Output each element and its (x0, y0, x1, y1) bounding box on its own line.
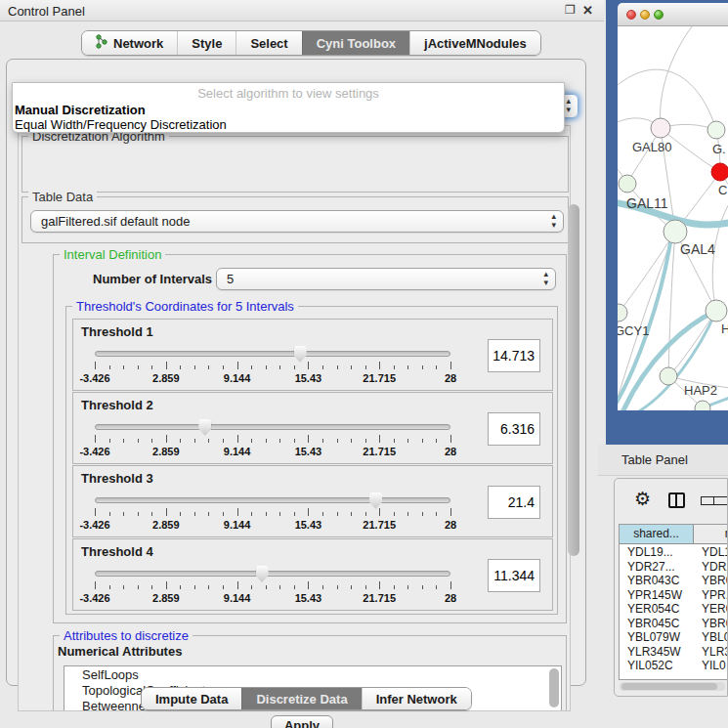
tick-mark (294, 439, 295, 443)
table-body: YDL19...YDL1YDR27...YDR2YBR043CYBR0YPR14… (620, 545, 728, 673)
table-row[interactable]: YPR145WYPR1 (620, 588, 728, 603)
tab-infer-network[interactable]: Infer Network (362, 688, 471, 709)
axis-tick-label: 28 (445, 372, 456, 384)
close-traffic-light[interactable] (626, 10, 636, 20)
panel-scrollbar-thumb[interactable] (568, 204, 579, 556)
network-canvas[interactable]: GAL80 G. C GAL11 GAL4 GCY1 H HAP2 (618, 26, 728, 410)
threshold-1-value-field[interactable] (488, 339, 540, 372)
tab-select[interactable]: Select (236, 31, 301, 55)
column-header-name[interactable]: n... (694, 525, 728, 544)
slider-thumb[interactable] (198, 419, 211, 436)
table-hscrollbar-track[interactable] (620, 682, 725, 691)
float-window-icon[interactable]: ❐ (565, 3, 576, 17)
network-node-gal80[interactable] (651, 118, 670, 138)
table-data-combobox[interactable]: galFiltered.sif default node ▴▾ (30, 210, 564, 233)
cell-shared-name[interactable]: YBL079W (620, 630, 694, 645)
table-hscrollbar-thumb[interactable] (621, 683, 717, 690)
slider-track[interactable] (95, 424, 450, 430)
tab-jactivemnodules[interactable]: jActiveMNodules (409, 31, 540, 55)
list-scrollbar-thumb[interactable] (549, 668, 559, 707)
table-row[interactable]: YER054CYER0 (620, 602, 728, 617)
threshold-4-row: Threshold 4 -3.4262.8599.14415.4321.7152… (72, 538, 553, 611)
threshold-4-slider[interactable]: -3.4262.8599.14415.4321.71528 (95, 571, 450, 610)
column-header-shared-name[interactable]: shared... (620, 525, 694, 544)
table-row[interactable]: YDL19...YDL1 (620, 545, 728, 560)
slider-thumb[interactable] (369, 492, 382, 509)
cell-name[interactable]: YER0 (694, 602, 728, 617)
table-row[interactable]: YBR043CYBR0 (620, 574, 728, 588)
network-graph: GAL80 G. C GAL11 GAL4 GCY1 H HAP2 (618, 26, 728, 410)
table-row[interactable]: YBR045CYBR0 (620, 617, 728, 631)
tick-mark (151, 365, 152, 369)
table-data-title: Table Data (28, 190, 97, 204)
cell-name[interactable]: YBR0 (694, 574, 728, 588)
table-row[interactable]: YLR345WYLR3 (620, 645, 728, 660)
close-window-icon[interactable]: ✕ (582, 3, 593, 18)
network-node-partial-top[interactable] (707, 121, 725, 139)
panel-scrollbar-track[interactable] (566, 67, 581, 654)
network-node-gal4[interactable] (664, 220, 687, 243)
number-of-intervals-combobox[interactable]: 5 ▴▾ (216, 268, 556, 290)
tick-mark (151, 585, 152, 589)
cell-shared-name[interactable]: YBR043C (620, 574, 694, 588)
threshold-4-value-field[interactable] (488, 559, 540, 592)
cell-shared-name[interactable]: YPR145W (620, 588, 694, 603)
gear-icon[interactable]: ⚙ (634, 488, 651, 510)
option-manual-discretization[interactable]: Manual Discretization (15, 103, 146, 117)
threshold-2-value-field[interactable] (488, 412, 540, 446)
option-equal-width-frequency[interactable]: Equal Width/Frequency Discretization (15, 117, 227, 132)
cell-name[interactable]: YBL0 (694, 630, 728, 645)
split-columns-icon[interactable] (668, 492, 685, 508)
cell-shared-name[interactable]: YDL19... (620, 545, 694, 560)
checkbox-icon-2[interactable]: ✓ (713, 496, 728, 505)
axis-tick-label: 15.43 (295, 372, 322, 384)
network-node-gal11[interactable] (619, 175, 636, 193)
slider-thumb[interactable] (294, 346, 307, 363)
tick-mark (223, 512, 224, 516)
slider-track[interactable] (95, 571, 450, 577)
tab-impute-data[interactable]: Impute Data (142, 688, 241, 709)
tab-discretize-data[interactable]: Discretize Data (241, 688, 361, 709)
list-item[interactable]: SelfLoops (64, 666, 561, 682)
cell-name[interactable]: YBR0 (694, 617, 728, 631)
table-row[interactable]: YDR27...YDR2 (620, 560, 728, 575)
network-node-gcy1[interactable] (618, 304, 627, 321)
table-toolbar: ⚙ ✓ ✓ (615, 479, 728, 523)
network-node-hap2[interactable] (660, 367, 677, 385)
interval-definition-group: Interval Definition Number of Intervals … (53, 254, 567, 623)
axis-tick-label: 28 (445, 519, 456, 531)
cell-shared-name[interactable]: YIL052C (620, 659, 694, 673)
axis-tick-label: 21.715 (363, 592, 396, 604)
slider-track[interactable] (95, 351, 450, 357)
apply-button[interactable]: Apply (271, 715, 333, 728)
cell-shared-name[interactable]: YDR27... (620, 560, 694, 575)
slider-track[interactable] (95, 497, 450, 503)
threshold-3-value-field[interactable] (488, 486, 540, 519)
network-node-partial-bottom[interactable] (695, 401, 710, 410)
cell-shared-name[interactable]: YLR345W (620, 645, 694, 660)
cell-name[interactable]: YIL0 (694, 659, 728, 673)
zoom-traffic-light[interactable] (654, 10, 664, 20)
node-label-gal4: GAL4 (680, 241, 715, 257)
cell-name[interactable]: YDR2 (694, 560, 728, 575)
threshold-2-slider[interactable]: -3.4262.8599.14415.4321.71528 (95, 424, 450, 463)
tab-style[interactable]: Style (177, 31, 236, 55)
threshold-3-slider[interactable]: -3.4262.8599.14415.4321.71528 (95, 497, 450, 536)
cell-shared-name[interactable]: YBR045C (620, 617, 694, 631)
tick-mark (294, 365, 295, 369)
slider-thumb[interactable] (256, 566, 269, 582)
network-node-partial-right[interactable] (706, 300, 727, 321)
table-row[interactable]: YIL052CYIL0 (620, 659, 728, 673)
table-row[interactable]: YBL079WYBL0 (620, 630, 728, 645)
minimize-traffic-light[interactable] (640, 10, 650, 20)
tab-cyni-toolbox[interactable]: Cyni Toolbox (302, 31, 409, 55)
cell-name[interactable]: YDL1 (694, 545, 728, 560)
cell-name[interactable]: YLR3 (694, 645, 728, 660)
tab-network[interactable]: Network (82, 31, 177, 55)
network-node-red[interactable] (711, 163, 728, 181)
cell-name[interactable]: YPR1 (694, 588, 728, 603)
cell-shared-name[interactable]: YER054C (620, 602, 694, 617)
tick-mark (180, 439, 181, 443)
tick-mark (422, 365, 423, 369)
threshold-1-slider[interactable]: -3.4262.8599.14415.4321.71528 (95, 351, 450, 390)
